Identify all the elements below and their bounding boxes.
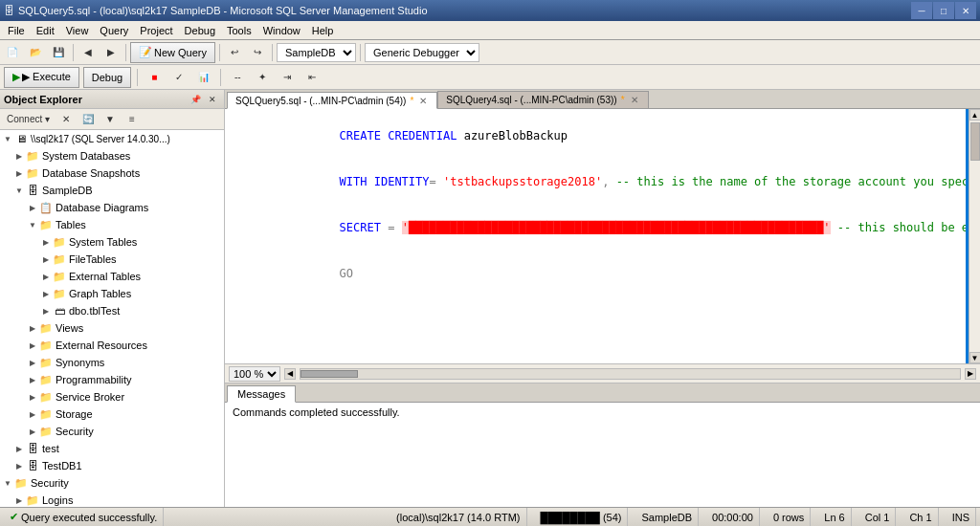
expander-prog[interactable]: ▶ [27, 374, 38, 385]
expander-testdb[interactable]: ▶ [13, 443, 25, 454]
tree-item-db-snapshots[interactable]: ▶ 📁 Database Snapshots [0, 164, 224, 182]
new-query-btn[interactable]: 📝 New Query [130, 42, 215, 63]
expander-tables[interactable]: ▼ [27, 219, 38, 230]
expander-db-security[interactable]: ▶ [27, 426, 38, 437]
tree-item-views[interactable]: ▶ 📁 Views [0, 319, 224, 337]
outdent-btn[interactable]: ⇤ [301, 67, 323, 88]
menu-item-query[interactable]: Query [94, 23, 134, 38]
editor-scrollbar-vertical[interactable]: ▲ ▼ [969, 109, 980, 363]
menu-item-project[interactable]: Project [134, 23, 178, 38]
zoom-select[interactable]: 100 % [229, 366, 280, 382]
ext-res-label: External Resources [54, 340, 147, 351]
oe-pin-btn[interactable]: 📌 [188, 92, 203, 107]
menu-item-debug[interactable]: Debug [179, 23, 221, 38]
oe-refresh-btn[interactable]: 🔄 [78, 109, 99, 130]
h-scrollbar[interactable] [300, 368, 961, 380]
indent-btn[interactable]: ⇥ [277, 67, 298, 88]
menu-item-window[interactable]: Window [257, 23, 306, 38]
tree-item-graph-tables[interactable]: ▶ 📁 Graph Tables [0, 285, 224, 302]
tab-sqlquery4-close[interactable]: ✕ [629, 95, 640, 106]
tab-sqlquery4[interactable]: SQLQuery4.sql - (...MIN-PC\admin (53)) *… [437, 91, 648, 108]
expander-diagrams[interactable]: ▶ [27, 202, 38, 213]
expander-views[interactable]: ▶ [27, 322, 38, 334]
tree-item-external-tables[interactable]: ▶ 📁 External Tables [0, 268, 224, 285]
menu-item-file[interactable]: File [2, 23, 31, 38]
scroll-down-arrow[interactable]: ▼ [969, 352, 981, 363]
expander-svc-broker[interactable]: ▶ [27, 391, 38, 403]
tree-item-system-db[interactable]: ▶ 📁 System Databases [0, 147, 224, 164]
back-btn[interactable]: ◀ [78, 42, 99, 63]
expander-storage[interactable]: ▶ [27, 408, 38, 420]
scroll-thumb-v[interactable] [970, 122, 980, 161]
stop-btn[interactable]: ■ [144, 67, 165, 88]
expander-testdb1[interactable]: ▶ [13, 460, 25, 471]
expander-ext-res[interactable]: ▶ [27, 340, 38, 351]
results-tab-messages[interactable]: Messages [227, 385, 296, 403]
tree-item-server[interactable]: ▼ 🖥 \\sql2k17 (SQL Server 14.0.30...) [0, 130, 224, 147]
tree-item-svc-broker[interactable]: ▶ 📁 Service Broker [0, 388, 224, 405]
expander-sys-tables[interactable]: ▶ [40, 236, 52, 248]
expander-ext-tables[interactable]: ▶ [40, 271, 52, 282]
undo-btn[interactable]: ↩ [224, 42, 245, 63]
scroll-right-btn[interactable]: ▶ [965, 368, 976, 380]
db-security-label: Security [54, 426, 94, 437]
uncomment-btn[interactable]: ✦ [252, 67, 273, 88]
tree-item-tables[interactable]: ▼ 📁 Tables [0, 216, 224, 233]
oe-connect-btn[interactable]: Connect ▾ [2, 109, 55, 130]
maximize-btn[interactable]: □ [933, 2, 954, 19]
oe-close-btn[interactable]: ✕ [205, 92, 220, 107]
tree-item-storage[interactable]: ▶ 📁 Storage [0, 405, 224, 423]
expander-synonyms[interactable]: ▶ [27, 357, 38, 368]
tree-item-diagrams[interactable]: ▶ 📋 Database Diagrams [0, 199, 224, 216]
tree-item-db-security[interactable]: ▶ 📁 Security [0, 423, 224, 440]
expander-server[interactable]: ▼ [2, 133, 13, 144]
tree-item-sampledb[interactable]: ▼ 🗄 SampleDB [0, 182, 224, 199]
sql-line-4: GO [229, 251, 962, 296]
execute-btn[interactable]: ▶ ▶ Execute [4, 67, 79, 88]
ext-res-icon: 📁 [38, 338, 54, 353]
expander-sampledb[interactable]: ▼ [13, 185, 25, 196]
debugger-select[interactable]: Generic Debugger [365, 43, 479, 62]
tree-item-filetables[interactable]: ▶ 📁 FileTables [0, 251, 224, 268]
tree-item-prog[interactable]: ▶ 📁 Programmability [0, 371, 224, 388]
sql-editor[interactable]: CREATE CREDENTIAL azureBlobBackup WITH I… [225, 109, 966, 363]
open-btn[interactable]: 📂 [25, 42, 46, 63]
new-file-btn[interactable]: 📄 [2, 42, 23, 63]
database-select[interactable]: SampleDB [277, 43, 356, 62]
tree-item-root-security[interactable]: ▼ 📁 Security [0, 474, 224, 492]
menu-item-view[interactable]: View [60, 23, 95, 38]
fwd-btn[interactable]: ▶ [100, 42, 122, 63]
menu-item-tools[interactable]: Tools [221, 23, 257, 38]
expander-snapshots[interactable]: ▶ [13, 167, 25, 179]
expander-logins[interactable]: ▶ [13, 494, 25, 506]
expander-graph-tables[interactable]: ▶ [40, 288, 52, 299]
minimize-btn[interactable]: ─ [911, 2, 932, 19]
oe-filter-btn[interactable]: ▼ [100, 109, 121, 130]
tab-sqlquery5[interactable]: SQLQuery5.sql - (...MIN-PC\admin (54)) *… [227, 92, 437, 109]
parse-btn[interactable]: ✓ [168, 67, 189, 88]
redo-btn[interactable]: ↪ [247, 42, 268, 63]
tab-sqlquery5-close[interactable]: ✕ [417, 95, 429, 106]
oe-more-btn[interactable]: ≡ [122, 109, 143, 130]
expander-root-security[interactable]: ▼ [2, 477, 13, 489]
menu-item-help[interactable]: Help [306, 23, 340, 38]
close-btn[interactable]: ✕ [955, 2, 976, 19]
tree-item-testdb[interactable]: ▶ 🗄 test [0, 440, 224, 457]
scroll-left-btn[interactable]: ◀ [284, 368, 296, 380]
include-plan-btn[interactable]: 📊 [193, 67, 214, 88]
scroll-up-arrow[interactable]: ▲ [969, 109, 981, 121]
comment-btn[interactable]: -- [227, 67, 248, 88]
tree-item-tbltest[interactable]: ▶ 🗃 dbo.tblTest [0, 302, 224, 319]
tree-item-testdb1[interactable]: ▶ 🗄 TestDB1 [0, 457, 224, 474]
debug-btn[interactable]: Debug [83, 67, 131, 88]
save-btn[interactable]: 💾 [48, 42, 69, 63]
tree-item-sys-tables[interactable]: ▶ 📁 System Tables [0, 233, 224, 251]
oe-disconnect-btn[interactable]: ✕ [56, 109, 77, 130]
menu-item-edit[interactable]: Edit [31, 23, 60, 38]
expander-tbltest[interactable]: ▶ [40, 305, 52, 317]
tree-item-synonyms[interactable]: ▶ 📁 Synonyms [0, 354, 224, 371]
expander-filetables[interactable]: ▶ [40, 253, 52, 265]
tree-item-logins[interactable]: ▶ 📁 Logins [0, 492, 224, 507]
expander-sys-db[interactable]: ▶ [13, 150, 25, 162]
tree-item-ext-res[interactable]: ▶ 📁 External Resources [0, 337, 224, 354]
